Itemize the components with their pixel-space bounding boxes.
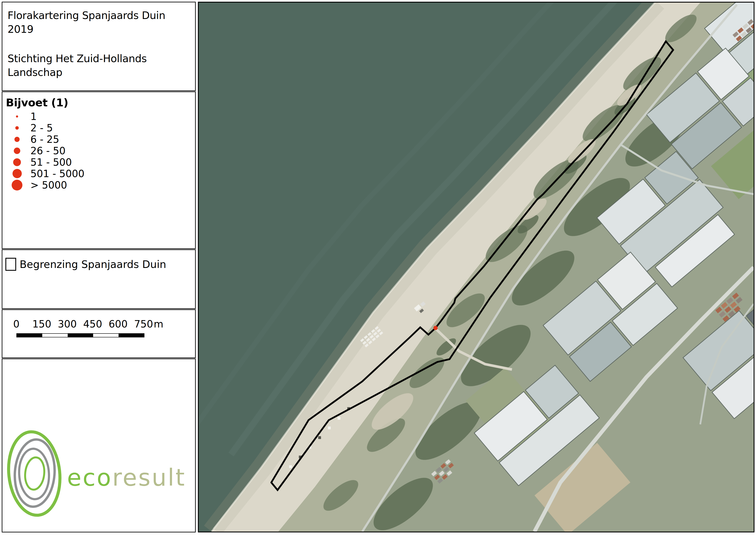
- legend-row: 501 - 5000: [6, 168, 195, 179]
- tree-rings-icon: [5, 429, 64, 518]
- logo-eco-text: eco: [67, 464, 112, 491]
- legend-row: 51 - 500: [6, 156, 195, 168]
- scale-tick-label: 600: [109, 318, 128, 330]
- logo-wordmark: ecoresult: [67, 464, 186, 491]
- legend-class-label: 1: [30, 111, 37, 122]
- legend-title: Bijvoet (1): [6, 97, 195, 109]
- legend-class-label: 51 - 500: [30, 156, 72, 168]
- graduated-dot-icon: [12, 180, 22, 190]
- legend-row: 26 - 50: [6, 145, 195, 156]
- logo-result-text: result: [112, 464, 186, 491]
- boundary-legend-label: Begrenzing Spanjaards Duin: [20, 258, 166, 271]
- scale-tick-label: 450: [83, 318, 102, 330]
- organisation-line1: Stichting Het Zuid-Hollands: [8, 52, 190, 65]
- legend-class-label: 501 - 5000: [30, 168, 85, 180]
- map-canvas: [198, 2, 754, 532]
- ecoresult-logo-graphic: ecoresult: [2, 359, 195, 532]
- map-title-line1: Florakartering Spanjaards Duin: [8, 9, 190, 22]
- scale-tick-label: 0: [13, 318, 19, 330]
- graduated-dot-icon: [14, 137, 20, 142]
- organisation-line2: Landschap: [8, 65, 190, 79]
- aerial-map: [199, 3, 754, 532]
- legend-row: 1: [6, 111, 195, 122]
- ecoresult-logo: ecoresult: [2, 358, 196, 532]
- scale-bar: [16, 333, 145, 337]
- legend-row: > 5000: [6, 179, 195, 191]
- legend-class-label: > 5000: [30, 179, 67, 191]
- scale-tick-label: 750: [134, 318, 153, 330]
- legend-class-label: 26 - 50: [30, 145, 66, 156]
- legend-bijvoet: Bijvoet (1) 1 2 - 5 6 - 25 26 - 50 51 - …: [2, 92, 196, 249]
- legend-rows: 1 2 - 5 6 - 25 26 - 50 51 - 500 501 - 50…: [6, 111, 195, 191]
- legend-class-label: 6 - 25: [30, 133, 59, 145]
- scale-unit-label: m: [154, 318, 163, 330]
- graduated-dot-icon: [14, 148, 20, 154]
- legend-row: 6 - 25: [6, 133, 195, 145]
- scale-tick-label: 300: [58, 318, 77, 330]
- scale-tick-label: 150: [32, 318, 51, 330]
- legend-class-label: 2 - 5: [30, 122, 53, 134]
- graduated-dot-icon: [16, 115, 18, 118]
- legend-boundary: Begrenzing Spanjaards Duin: [2, 249, 196, 309]
- scalebar-block: 0 150 300 450 600 750 m: [2, 309, 196, 358]
- legend-row: 2 - 5: [6, 122, 195, 133]
- bijvoet-marker: [433, 326, 438, 330]
- graduated-dot-icon: [15, 126, 19, 130]
- graduated-dot-icon: [13, 158, 21, 166]
- boundary-outline-icon: [5, 258, 16, 271]
- graduated-dot-icon: [13, 169, 22, 178]
- title-block: Florakartering Spanjaards Duin 2019 Stic…: [2, 2, 196, 91]
- map-title-line2: 2019: [8, 22, 190, 36]
- map-sheet: Florakartering Spanjaards Duin 2019 Stic…: [0, 0, 756, 535]
